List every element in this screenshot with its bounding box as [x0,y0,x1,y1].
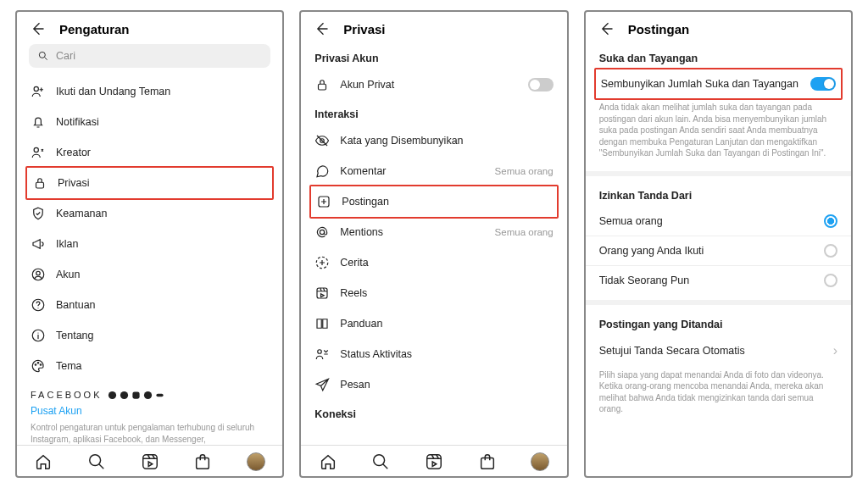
svg-point-2 [34,147,38,152]
section-interaction: Interaksi [313,100,554,125]
svg-point-5 [36,271,41,275]
row-auto-approve[interactable]: Setujui Tanda Secara Otomatis › [598,336,839,366]
bell-icon [31,114,46,130]
row-guides[interactable]: Panduan [313,308,554,339]
back-icon[interactable] [313,20,330,37]
row-private-account[interactable]: Akun Privat [313,69,554,100]
row-comments[interactable]: Komentar Semua orang [313,156,554,186]
facebook-label: FACEBOOK [29,381,270,402]
tag-opt-following[interactable]: Orang yang Anda Ikuti [598,236,839,265]
lock-icon [32,175,47,191]
svg-point-0 [39,52,45,58]
row-about[interactable]: Tentang [29,320,270,351]
settings-screen: Pengaturan Cari Ikuti dan Undang Teman N… [15,10,284,478]
user-icon [31,267,46,282]
row-invite[interactable]: Ikuti dan Undang Teman [29,76,270,107]
bottom-nav [301,445,566,476]
eye-off-icon [314,133,330,148]
radio-selected[interactable] [824,214,837,228]
header: Privasi [301,12,566,44]
row-notifications[interactable]: Notifikasi [29,107,270,137]
reels-icon [314,286,330,301]
section-account-privacy: Privasi Akun [313,44,554,69]
section-likes: Suka dan Tayangan [598,44,839,69]
svg-point-12 [120,391,127,398]
svg-point-14 [143,391,151,398]
row-privacy[interactable]: Privasi [31,168,269,198]
header: Postingan [586,12,851,44]
messenger-icon [120,391,129,400]
page-title: Postingan [628,22,690,36]
home-icon[interactable] [319,452,337,471]
row-hide-likes[interactable]: Sembunyikan Jumlah Suka dan Tayangan [599,69,837,98]
svg-point-11 [108,391,115,398]
row-theme[interactable]: Tema [29,351,270,381]
shop-icon[interactable] [193,452,212,471]
svg-rect-28 [481,458,493,469]
search-icon[interactable] [87,452,106,471]
plus-square-icon [316,194,331,209]
megaphone-icon [31,236,46,252]
person-plus-icon [31,84,46,99]
bottom-nav [17,445,282,476]
row-hidden-words[interactable]: Kata yang Disembunyikan [313,125,554,156]
shop-icon[interactable] [478,452,497,471]
row-activity[interactable]: Status Aktivitas [313,339,554,369]
svg-point-8 [35,364,36,366]
row-creator[interactable]: Kreator [29,137,270,168]
row-security[interactable]: Keamanan [29,198,270,229]
tag-opt-none[interactable]: Tidak Seorang Pun [598,266,839,295]
profile-avatar[interactable] [531,452,549,471]
footer-desc: Kontrol pengaturan untuk pengalaman terh… [29,419,270,445]
svg-point-26 [374,455,385,466]
svg-rect-17 [142,455,157,469]
section-tagged: Postingan yang Ditandai [598,310,839,336]
divider [586,300,851,305]
creator-icon [31,145,46,160]
back-icon[interactable] [29,20,46,37]
oculus-icon [155,391,164,400]
svg-point-25 [318,350,322,354]
section-connection: Koneksi [313,400,554,425]
reels-icon[interactable] [141,452,159,471]
svg-point-1 [34,86,38,91]
whatsapp-icon [143,391,153,400]
help-icon [31,297,46,313]
divider [586,171,851,176]
home-icon[interactable] [34,452,53,471]
radio[interactable] [824,274,837,287]
row-messages[interactable]: Pesan [313,369,554,400]
search-icon[interactable] [371,452,390,471]
profile-avatar[interactable] [247,452,265,471]
palette-icon [31,358,46,374]
facebook-icon [108,391,117,400]
activity-icon [314,347,330,362]
row-posts[interactable]: Postingan [314,186,553,217]
tag-opt-everyone[interactable]: Semua orang [598,207,839,236]
search-icon [37,50,49,62]
radio[interactable] [824,244,837,258]
book-icon [314,316,330,331]
reels-icon[interactable] [425,452,443,471]
section-allow-tags: Izinkan Tanda Dari [598,181,839,207]
row-account[interactable]: Akun [29,259,270,290]
svg-point-10 [40,364,42,366]
svg-rect-3 [36,182,44,188]
instagram-icon [131,391,141,400]
back-icon[interactable] [598,20,615,37]
svg-point-22 [320,230,325,234]
shield-icon [31,206,46,221]
svg-rect-19 [319,84,326,90]
search-input[interactable]: Cari [29,44,270,68]
row-reels[interactable]: Reels [313,278,554,308]
svg-rect-18 [197,458,209,469]
story-icon [314,255,330,270]
private-toggle[interactable] [528,78,554,92]
svg-rect-15 [156,393,163,396]
row-story[interactable]: Cerita [313,247,554,278]
row-ads[interactable]: Iklan [29,229,270,259]
hide-likes-toggle[interactable] [810,77,836,91]
row-help[interactable]: Bantuan [29,290,270,320]
row-mentions[interactable]: Mentions Semua orang [313,217,554,247]
account-center-link[interactable]: Pusat Akun [29,402,270,419]
